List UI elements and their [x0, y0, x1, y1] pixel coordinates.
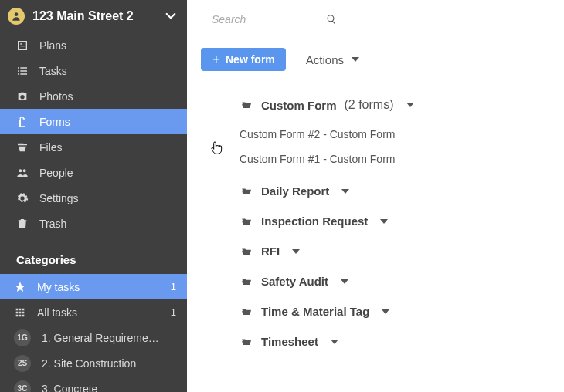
category-label: 1. General Requireme… [42, 332, 176, 344]
folder-open-icon [240, 306, 253, 317]
caret-down-icon [352, 56, 359, 63]
actions-label: Actions [306, 53, 344, 66]
form-template-folder[interactable]: Custom Form(2 forms) [240, 94, 550, 116]
form-instance[interactable]: Custom Form #2 - Custom Form [240, 122, 550, 147]
sidebar-item-label: Settings [39, 192, 79, 204]
category-count: 1 [171, 281, 176, 292]
files-icon [16, 141, 29, 154]
trash-icon [16, 218, 29, 230]
form-template-folder[interactable]: Daily Report [240, 181, 550, 201]
folder-open-icon [240, 216, 253, 227]
forms-icon [16, 116, 29, 128]
folder-name: Daily Report [261, 184, 329, 198]
folder-open-icon [240, 186, 253, 197]
form-template-folder[interactable]: Safety Audit [240, 271, 550, 292]
category-label: My tasks [37, 281, 160, 293]
svg-point-0 [15, 12, 19, 16]
new-form-label: New form [226, 53, 275, 66]
category-label: 3. Concrete [42, 383, 176, 393]
categories-header: Categories [0, 236, 187, 274]
settings-icon [16, 192, 29, 204]
category-item[interactable]: My tasks1 [0, 274, 187, 299]
sidebar-item-label: People [39, 167, 73, 179]
project-switcher[interactable]: 123 Main Street 2 [0, 0, 187, 32]
star-icon [14, 281, 26, 293]
sidebar-item-label: Plans [39, 39, 66, 52]
actions-menu-button[interactable]: Actions [306, 53, 359, 66]
form-template-folder[interactable]: Inspection Request [240, 211, 550, 231]
folder-name: RFI [261, 245, 280, 258]
sidebar-item-label: Trash [39, 218, 66, 230]
folder-menu-caret-icon[interactable] [292, 248, 300, 255]
form-template-folder[interactable]: Timesheet [240, 331, 550, 352]
sidebar-item-label: Photos [39, 90, 73, 103]
sidebar-item-people[interactable]: People [0, 160, 187, 185]
photos-icon [16, 90, 29, 103]
app-logo-icon [8, 8, 25, 25]
folder-name: Timesheet [261, 335, 318, 348]
search-input[interactable] [212, 13, 320, 25]
folder-name: Custom Form [261, 99, 337, 112]
new-form-button[interactable]: New form [201, 48, 286, 71]
search-icon [326, 14, 337, 25]
sidebar-item-tasks[interactable]: Tasks [0, 58, 187, 83]
sidebar-item-label: Forms [39, 116, 70, 128]
folder-name: Safety Audit [261, 275, 328, 288]
folder-open-icon [240, 100, 253, 110]
form-template-folder[interactable]: RFI [240, 241, 550, 262]
category-item[interactable]: 3C3. Concrete [0, 376, 187, 392]
sidebar: 123 Main Street 2 PlansTasksPhotosFormsF… [0, 0, 187, 392]
folder-menu-caret-icon[interactable] [331, 338, 338, 346]
folder-open-icon [240, 336, 253, 347]
category-badge-icon: 1G [14, 329, 31, 346]
folder-menu-caret-icon[interactable] [341, 188, 349, 195]
folder-count: (2 forms) [345, 98, 394, 112]
folder-name: Inspection Request [261, 215, 368, 228]
sidebar-item-trash[interactable]: Trash [0, 211, 187, 236]
folder-menu-caret-icon[interactable] [341, 278, 348, 286]
category-item[interactable]: 1G1. General Requireme… [0, 325, 187, 350]
sidebar-item-forms[interactable]: Forms [0, 109, 187, 134]
folder-open-icon [240, 246, 253, 257]
category-label: 2. Site Construction [42, 357, 176, 370]
hand-cursor-icon [210, 140, 223, 156]
plans-icon [16, 39, 29, 52]
category-badge-icon: 3C [14, 380, 31, 393]
folder-menu-caret-icon[interactable] [382, 308, 389, 316]
search-bar[interactable] [201, 8, 550, 31]
form-instance[interactable]: Custom Form #1 - Custom Form [240, 147, 550, 171]
form-template-folder[interactable]: Time & Material Tag [240, 301, 550, 322]
folder-menu-caret-icon[interactable] [380, 218, 388, 225]
folder-menu-caret-icon[interactable] [406, 101, 414, 109]
sidebar-item-label: Tasks [39, 65, 67, 77]
category-label: All tasks [37, 306, 160, 319]
plus-icon [212, 55, 221, 64]
category-count: 1 [171, 306, 176, 318]
category-badge-icon: 2S [14, 355, 31, 372]
tasks-icon [16, 65, 29, 77]
sidebar-item-files[interactable]: Files [0, 134, 187, 160]
sidebar-item-label: Files [39, 141, 63, 154]
main-content: New form Actions Custom Form(2 forms)Cus… [187, 0, 564, 392]
sidebar-item-photos[interactable]: Photos [0, 83, 187, 109]
category-item[interactable]: All tasks1 [0, 299, 187, 325]
project-name: 123 Main Street 2 [32, 9, 156, 23]
grid-icon [14, 306, 26, 319]
category-item[interactable]: 2S2. Site Construction [0, 350, 187, 376]
sidebar-item-settings[interactable]: Settings [0, 185, 187, 211]
sidebar-item-plans[interactable]: Plans [0, 32, 187, 58]
folder-name: Time & Material Tag [261, 305, 369, 318]
people-icon [16, 167, 29, 179]
folder-open-icon [240, 276, 253, 287]
